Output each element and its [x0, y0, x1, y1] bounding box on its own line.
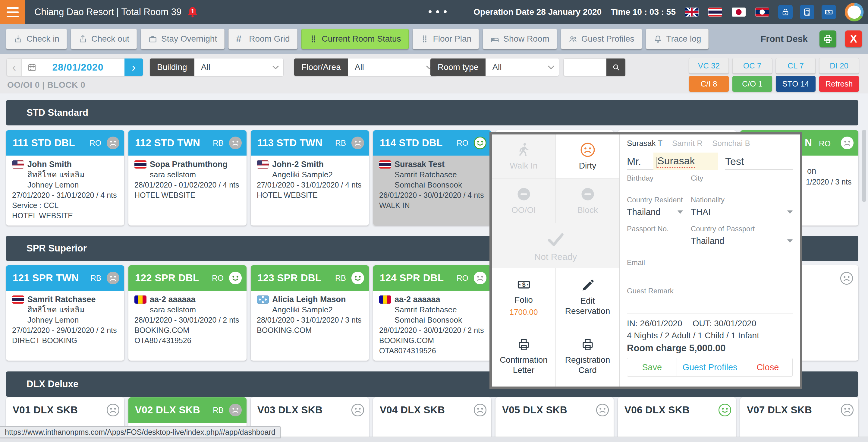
guest-name-line: John-2 Smith — [257, 159, 363, 170]
search-input[interactable] — [564, 58, 607, 76]
guest-tab-somchai[interactable]: Somchai B — [712, 139, 750, 148]
edit-reservation-tile[interactable]: Edit Reservation — [555, 268, 619, 326]
search-button[interactable] — [607, 58, 625, 76]
status-chip-oc[interactable]: OC 7 — [733, 58, 772, 73]
room-card[interactable]: 111 STD DBLROJohn Smithสิทธิโชค แซ่หลิมJ… — [6, 130, 124, 226]
last-name-field[interactable]: Test — [725, 155, 793, 170]
guest-tab-surasak[interactable]: Surasak T — [627, 139, 662, 148]
confirmation-letter-tile[interactable]: Confirmation Letter — [492, 326, 555, 386]
status-chip-sto[interactable]: STO 14 — [776, 76, 815, 92]
guest-name-line: Samrit Ratchasee — [12, 294, 118, 304]
toolbar-button-show-room[interactable]: Show Room — [483, 29, 557, 49]
date-next-button[interactable]: › — [124, 58, 143, 76]
status-chip-cl[interactable]: CL 7 — [776, 58, 815, 73]
toolbar-button-current-room-status[interactable]: Current Room Status — [301, 29, 409, 49]
stay-detail: 27/01/2020 - 31/01/2020 / 4 nts — [12, 190, 118, 200]
room-card[interactable]: 114 STD DBLROSurasak TestSamrit Ratchase… — [373, 130, 491, 226]
room-number: 122 SPR DBL — [135, 272, 209, 284]
birthday-field[interactable]: Birthday — [627, 172, 683, 193]
room-card[interactable]: V04 DLX SKB — [373, 397, 491, 442]
print-button[interactable] — [819, 30, 836, 47]
email-field[interactable]: Email — [627, 256, 793, 284]
folio-amount: 1700.00 — [510, 307, 538, 317]
currency-exchange-button[interactable]: $ — [822, 5, 836, 19]
building-select[interactable]: All — [194, 58, 283, 76]
room-type-label: Room type — [430, 58, 486, 76]
passport-no-field[interactable]: Passport No. — [627, 222, 683, 256]
toolbar-button-guest-profiles[interactable]: Guest Profiles — [561, 29, 642, 49]
save-button[interactable]: Save — [627, 358, 677, 376]
lock-button[interactable] — [778, 5, 793, 19]
room-card[interactable]: V05 DLX SKB — [495, 397, 614, 442]
room-card[interactable]: 124 SPR DBLROaa-2 aaaaaaSamrit Ratchasee… — [373, 265, 491, 361]
flag-laos-icon[interactable] — [755, 7, 769, 17]
room-card[interactable]: 123 SPR DBLRBAlicia Leigh MasonAngeliki … — [251, 265, 369, 361]
close-button[interactable]: Close — [743, 358, 792, 376]
status-chips-row2: C/I 8 C/O 1 STO 14 Refresh — [689, 76, 859, 92]
dirty-tile[interactable]: Dirty — [555, 135, 619, 178]
folio-tile[interactable]: $ Folio 1700.00 — [492, 268, 555, 326]
menu-button[interactable] — [0, 0, 25, 24]
guest-tab-samrit[interactable]: Samrit R — [672, 139, 703, 148]
more-menu[interactable] — [429, 10, 447, 13]
dirty-sad-face-icon — [580, 142, 595, 158]
room-card-header: V03 DLX SKB — [251, 397, 369, 423]
date-prev-button[interactable]: ‹ — [7, 58, 22, 76]
inthanon-logo[interactable] — [845, 3, 864, 21]
toolbar-button-trace-log[interactable]: Trace log — [646, 29, 709, 49]
nationality-select[interactable]: NationalityTHAI — [691, 193, 793, 222]
name-prefix-field[interactable]: Mr. — [627, 155, 653, 170]
guest-profiles-button[interactable]: Guest Profiles — [677, 358, 743, 376]
toolbar-button-check-in[interactable]: Check in — [6, 29, 67, 49]
toolbar-button-stay-overnight[interactable]: Stay Overnight — [141, 29, 224, 49]
status-chip-vc[interactable]: VC 32 — [689, 58, 729, 73]
room-card[interactable]: 113 STD TWNRBJohn-2 SmithAngeliki Sample… — [251, 130, 369, 226]
toolbar-button-floor-plan[interactable]: Floor Plan — [412, 29, 479, 49]
status-chip-co[interactable]: C/O 1 — [733, 76, 772, 92]
flag-thailand-icon[interactable] — [708, 7, 722, 17]
stay-detail: DIRECT BOOKING — [12, 335, 118, 346]
vertical-scrollbar[interactable] — [862, 130, 866, 202]
filter-bar: ‹ 28/01/2020 › Building All Floor/Area A… — [0, 54, 868, 93]
sad-face-icon — [840, 403, 854, 417]
room-type-select[interactable]: All — [486, 58, 559, 76]
flag-japan-icon[interactable] — [732, 7, 746, 17]
svg-text:$: $ — [828, 10, 830, 14]
popup-buttons: Save Guest Profiles Close — [627, 358, 793, 377]
hash-icon: # — [236, 34, 245, 43]
guest-name-line: aa-2 aaaaaa — [379, 294, 485, 304]
first-name-input[interactable]: Surasak — [653, 153, 718, 170]
room-card[interactable]: V07 DLX SKB — [740, 397, 858, 442]
room-card-header: 122 SPR DBLRO — [128, 265, 247, 291]
flag-uk-icon[interactable] — [685, 7, 699, 17]
toolbar-button-check-out[interactable]: Check out — [71, 29, 137, 49]
companion-name: Samrit Ratchasee — [379, 304, 485, 315]
toolbar-button-room-grid[interactable]: #Room Grid — [228, 29, 297, 49]
room-card[interactable]: 122 SPR DBLROaa-2 aaaaaasara sellstom28/… — [128, 265, 247, 361]
oo-block-counter: OO/OI 0 | BLOCK 0 — [7, 80, 85, 90]
front-desk-label: Front Desk — [761, 34, 808, 44]
guest-remark-field[interactable]: Guest Remark — [627, 284, 793, 314]
status-chip-di[interactable]: DI 20 — [819, 58, 859, 73]
close-window-button[interactable]: X — [845, 30, 862, 47]
room-card[interactable]: 121 SPR TWNRBSamrit Ratchaseeสิทธิโชค แซ… — [6, 265, 124, 361]
registration-card-tile[interactable]: Registration Card — [555, 326, 619, 386]
flag-th-icon — [134, 160, 147, 169]
room-card[interactable]: V06 DLX SKB — [618, 397, 736, 442]
country-of-passport-select[interactable]: Country of PassportThailand — [691, 222, 793, 256]
calculator-button[interactable] — [800, 5, 814, 19]
toolbar-button-label: Stay Overnight — [161, 34, 217, 44]
svg-text:$: $ — [522, 281, 525, 288]
city-field[interactable]: City — [691, 172, 793, 193]
guest-name-line: Surasak Test — [379, 159, 485, 170]
notification-bell-icon[interactable]: 1 — [186, 6, 199, 19]
refresh-button[interactable]: Refresh — [819, 76, 859, 92]
country-resident-select[interactable]: Country ResidentThailand — [627, 193, 683, 222]
floor-area-select[interactable]: All — [348, 58, 437, 76]
date-field[interactable]: 28/01/2020 — [22, 58, 124, 76]
room-status: RB — [90, 273, 101, 283]
status-chip-ci[interactable]: C/I 8 — [689, 76, 729, 92]
room-card[interactable]: 112 STD TWNRBSopa Prathumthongsara sells… — [128, 130, 247, 226]
room-card-header: V05 DLX SKB — [495, 397, 614, 423]
room-type-filter: Room type All — [430, 58, 559, 76]
